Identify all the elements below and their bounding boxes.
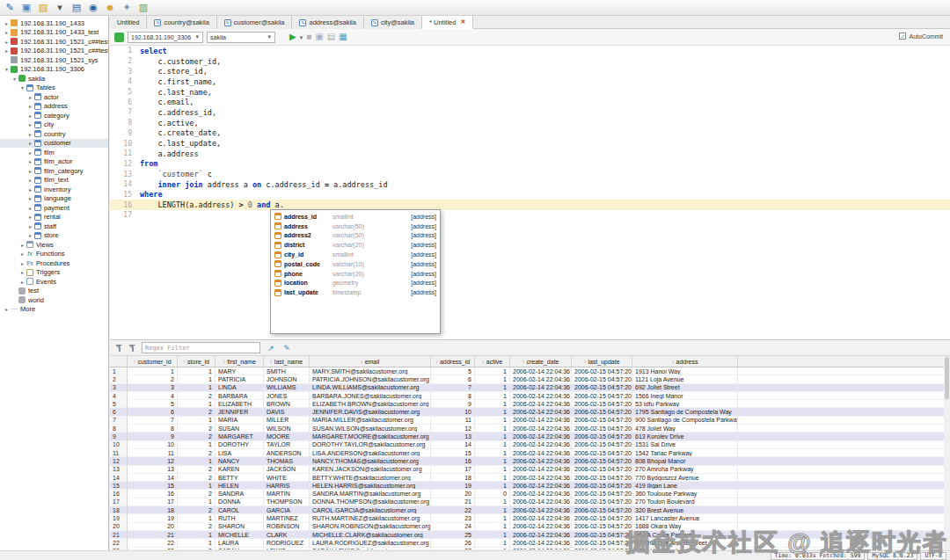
table-cell[interactable]: 1 xyxy=(475,433,510,440)
sidebar-item-triggers[interactable]: ▸Triggers xyxy=(0,268,108,278)
row-number-cell[interactable]: 3 xyxy=(110,384,128,392)
sort-icon[interactable]: ↕ xyxy=(270,359,273,364)
tree-collapsed-icon[interactable]: ▸ xyxy=(26,94,34,100)
database-select[interactable]: sakila▼ xyxy=(207,32,275,43)
table-cell[interactable]: 692 Joliet Street xyxy=(632,384,738,392)
table-cell[interactable]: BROWN xyxy=(264,400,310,408)
sidebar-item-store[interactable]: ▸store xyxy=(0,231,108,241)
table-cell[interactable]: 2 xyxy=(178,506,216,514)
sort-icon[interactable]: ↕ xyxy=(435,359,438,364)
editor-line-8[interactable]: 8 c.active, xyxy=(110,118,950,128)
table-row[interactable]: 11112LISAANDERSONLISA.ANDERSON@sakilacus… xyxy=(110,449,950,457)
table-cell[interactable]: 20 xyxy=(431,490,475,498)
table-cell[interactable]: 2006-02-15 04:57:20 xyxy=(572,506,632,514)
row-number-cell[interactable]: 11 xyxy=(110,449,128,457)
table-cell[interactable]: 2006-02-15 04:57:20 xyxy=(572,367,632,375)
table-cell[interactable]: 1121 Loja Avenue xyxy=(632,375,738,383)
table-cell[interactable]: 1 xyxy=(178,384,216,392)
sidebar-item-tables[interactable]: ▾Tables xyxy=(0,84,108,93)
table-cell[interactable]: 1 xyxy=(178,367,216,375)
table-cell[interactable]: 10 xyxy=(128,441,178,449)
autocomplete-item-district[interactable]: districtvarchar(20)[address] xyxy=(271,240,440,250)
tree-collapsed-icon[interactable]: ▸ xyxy=(26,186,34,193)
tree-collapsed-icon[interactable]: ▸ xyxy=(26,177,34,183)
sidebar-item-film-actor[interactable]: ▸film_actor xyxy=(0,157,108,167)
table-cell[interactable]: 2006-02-15 04:57:20 xyxy=(572,498,632,506)
sidebar-item-192-168-31-190-1521-c-test1[interactable]: ▸192.168.31.190_1521_c##test1 xyxy=(0,37,108,47)
stop-button[interactable]: ■ xyxy=(306,33,311,41)
table-cell[interactable]: NANCY xyxy=(216,457,264,465)
sidebar-item-actor[interactable]: ▸actor xyxy=(0,92,108,102)
sidebar-item-customer[interactable]: ▸customer xyxy=(0,139,108,149)
table-cell[interactable]: MARY.SMITH@sakilacustomer.org xyxy=(310,367,431,375)
clear-filter-icon[interactable] xyxy=(128,344,136,352)
table-cell[interactable]: NANCY.THOMAS@sakilacustomer.org xyxy=(310,457,431,465)
table-cell[interactable]: DONNA.THOMPSON@sakilacustomer.org xyxy=(310,498,431,506)
table-cell[interactable]: ANDERSON xyxy=(264,449,310,457)
table-cell[interactable]: 6 xyxy=(431,375,475,383)
table-cell[interactable]: 2006-02-14 22:04:36 xyxy=(510,548,572,549)
tree-collapsed-icon[interactable]: ▸ xyxy=(18,242,26,248)
search-icon[interactable]: ◉ xyxy=(87,2,99,14)
autocomplete-item-phone[interactable]: phonevarchar(20)[address] xyxy=(271,269,440,279)
table-cell[interactable]: 1 xyxy=(475,474,510,482)
table-cell[interactable]: JOHNSON xyxy=(264,375,310,383)
table-cell[interactable]: 2 xyxy=(178,425,216,433)
tree-collapsed-icon[interactable]: ▸ xyxy=(26,140,34,146)
grid-vertical-scrollbar[interactable] xyxy=(944,356,950,549)
table-cell[interactable]: 1 xyxy=(178,514,216,522)
table-cell[interactable]: 270 Toulon Boulevard xyxy=(632,498,738,506)
table-cell[interactable]: MICHELLE xyxy=(216,531,264,539)
table-cell[interactable]: 13 xyxy=(128,466,178,474)
table-cell[interactable]: 2 xyxy=(178,523,216,531)
row-number-cell[interactable]: 14 xyxy=(110,474,128,482)
table-cell[interactable]: 19 xyxy=(128,514,178,522)
table-cell[interactable]: 360 Toulouse Parkway xyxy=(632,490,738,498)
column-header-last_update[interactable]: ↕last_update xyxy=(572,356,632,367)
table-cell[interactable]: WILLIAMS xyxy=(264,384,310,392)
table-cell[interactable]: LINDA.WILLIAMS@sakilacustomer.org xyxy=(310,384,431,392)
table-cell[interactable]: SMITH xyxy=(264,367,310,375)
table-cell[interactable]: 2006-02-14 22:04:36 xyxy=(510,539,572,547)
editor-line-1[interactable]: 1select xyxy=(110,46,950,56)
table-cell[interactable]: 1417 Lancaster Avenue xyxy=(632,514,738,522)
table-cell[interactable]: 1 xyxy=(178,417,216,425)
table-cell[interactable]: 808 Bhopal Manor xyxy=(632,457,738,465)
table-cell[interactable]: CAROL.GARCIA@sakilacustomer.org xyxy=(310,506,431,514)
sidebar-item-192-168-31-190-1433[interactable]: ▸192.168.31.190_1433 xyxy=(0,18,108,28)
table-cell[interactable]: 1531 Sal Drive xyxy=(632,441,738,449)
table-cell[interactable]: 14 xyxy=(431,441,475,449)
table-cell[interactable]: 16 xyxy=(128,490,178,498)
table-cell[interactable]: 2006-02-14 22:04:36 xyxy=(510,425,572,433)
table-cell[interactable]: KAREN.JACKSON@sakilacustomer.org xyxy=(310,466,431,474)
table-cell[interactable]: 21 xyxy=(431,498,475,506)
table-cell[interactable]: 419 Iligan Lane xyxy=(632,482,738,490)
table-cell[interactable]: BARBARA xyxy=(216,392,264,400)
autocomplete-item-city_id[interactable]: city_idsmallint[address] xyxy=(271,250,440,259)
column-header-store_id[interactable]: ↕store_id xyxy=(178,356,216,367)
tree-collapsed-icon[interactable]: ▸ xyxy=(26,195,34,201)
table-cell[interactable]: 1795 Santiago de Compostela Way xyxy=(632,408,738,416)
table-cell[interactable]: 2006-02-15 04:57:20 xyxy=(572,384,632,392)
table-row[interactable]: 111MARYSMITHMARY.SMITH@sakilacustomer.or… xyxy=(110,367,950,375)
connection-select[interactable]: 192.168.31.190_3306▼ xyxy=(128,32,203,43)
table-cell[interactable]: MARY xyxy=(216,367,264,375)
table-cell[interactable]: 11 xyxy=(431,417,475,425)
row-number-cell[interactable]: 12 xyxy=(110,457,128,465)
table-row[interactable]: 16162SANDRAMARTINSANDRA.MARTIN@sakilacus… xyxy=(110,490,950,498)
table-row[interactable]: 551ELIZABETHBROWNELIZABETH.BROWN@sakilac… xyxy=(110,400,950,408)
table-cell[interactable]: 2006-02-15 04:57:20 xyxy=(572,392,632,400)
table-cell[interactable]: 27 xyxy=(431,548,475,549)
table-cell[interactable]: 18 xyxy=(128,506,178,514)
row-number-cell[interactable]: 16 xyxy=(110,490,128,498)
table-cell[interactable]: 2006-02-15 04:57:20 xyxy=(572,548,632,549)
table-cell[interactable]: 1 xyxy=(178,441,216,449)
table-cell[interactable]: 2 xyxy=(178,392,216,400)
table-cell[interactable]: 2006-02-15 04:57:20 xyxy=(572,417,632,425)
table-cell[interactable]: 1 xyxy=(178,400,216,408)
table-cell[interactable]: BETTY.WHITE@sakilacustomer.org xyxy=(310,474,431,482)
table-cell[interactable]: 17 xyxy=(128,498,178,506)
table-cell[interactable]: 1 xyxy=(475,498,510,506)
table-cell[interactable]: PATRICIA xyxy=(216,375,264,383)
table-cell[interactable]: 2006-02-15 04:57:20 xyxy=(572,425,632,433)
